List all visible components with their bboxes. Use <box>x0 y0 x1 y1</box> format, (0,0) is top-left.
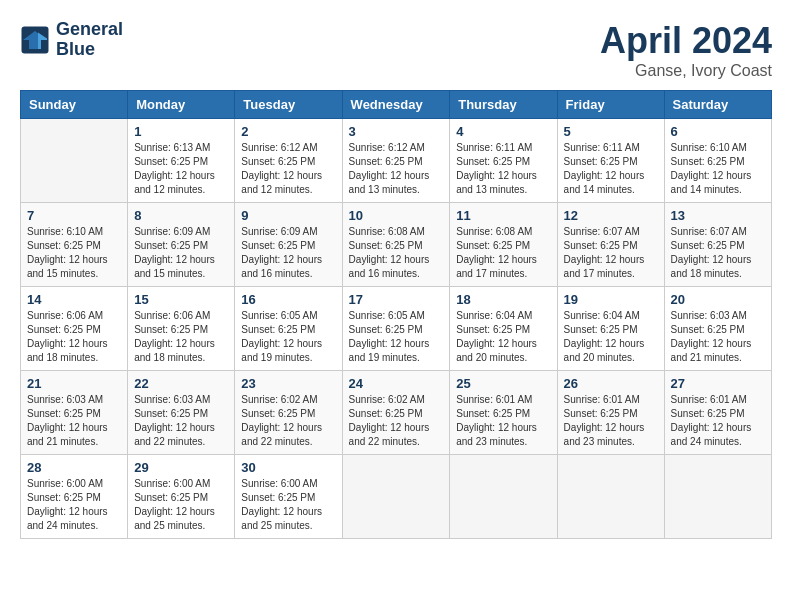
day-info: Sunrise: 6:12 AM Sunset: 6:25 PM Dayligh… <box>241 141 335 197</box>
day-info: Sunrise: 6:01 AM Sunset: 6:25 PM Dayligh… <box>564 393 658 449</box>
day-info: Sunrise: 6:07 AM Sunset: 6:25 PM Dayligh… <box>564 225 658 281</box>
calendar-cell: 30Sunrise: 6:00 AM Sunset: 6:25 PM Dayli… <box>235 455 342 539</box>
day-info: Sunrise: 6:01 AM Sunset: 6:25 PM Dayligh… <box>671 393 765 449</box>
day-info: Sunrise: 6:13 AM Sunset: 6:25 PM Dayligh… <box>134 141 228 197</box>
day-info: Sunrise: 6:12 AM Sunset: 6:25 PM Dayligh… <box>349 141 444 197</box>
calendar-cell: 7Sunrise: 6:10 AM Sunset: 6:25 PM Daylig… <box>21 203 128 287</box>
calendar-cell: 12Sunrise: 6:07 AM Sunset: 6:25 PM Dayli… <box>557 203 664 287</box>
calendar-cell: 1Sunrise: 6:13 AM Sunset: 6:25 PM Daylig… <box>128 119 235 203</box>
day-info: Sunrise: 6:05 AM Sunset: 6:25 PM Dayligh… <box>241 309 335 365</box>
weekday-header-sunday: Sunday <box>21 91 128 119</box>
location-subtitle: Ganse, Ivory Coast <box>600 62 772 80</box>
day-number: 17 <box>349 292 444 307</box>
day-info: Sunrise: 6:00 AM Sunset: 6:25 PM Dayligh… <box>241 477 335 533</box>
calendar-week-row: 21Sunrise: 6:03 AM Sunset: 6:25 PM Dayli… <box>21 371 772 455</box>
day-number: 21 <box>27 376 121 391</box>
day-info: Sunrise: 6:05 AM Sunset: 6:25 PM Dayligh… <box>349 309 444 365</box>
day-info: Sunrise: 6:10 AM Sunset: 6:25 PM Dayligh… <box>27 225 121 281</box>
day-number: 15 <box>134 292 228 307</box>
day-number: 13 <box>671 208 765 223</box>
day-info: Sunrise: 6:01 AM Sunset: 6:25 PM Dayligh… <box>456 393 550 449</box>
day-number: 8 <box>134 208 228 223</box>
weekday-header-thursday: Thursday <box>450 91 557 119</box>
calendar-cell: 9Sunrise: 6:09 AM Sunset: 6:25 PM Daylig… <box>235 203 342 287</box>
logo-line1: General <box>56 20 123 40</box>
logo: General Blue <box>20 20 123 60</box>
title-section: April 2024 Ganse, Ivory Coast <box>600 20 772 80</box>
calendar-cell: 5Sunrise: 6:11 AM Sunset: 6:25 PM Daylig… <box>557 119 664 203</box>
page-header: General Blue April 2024 Ganse, Ivory Coa… <box>20 20 772 80</box>
day-number: 11 <box>456 208 550 223</box>
day-number: 5 <box>564 124 658 139</box>
day-number: 22 <box>134 376 228 391</box>
calendar-cell: 27Sunrise: 6:01 AM Sunset: 6:25 PM Dayli… <box>664 371 771 455</box>
calendar-table: SundayMondayTuesdayWednesdayThursdayFrid… <box>20 90 772 539</box>
calendar-week-row: 1Sunrise: 6:13 AM Sunset: 6:25 PM Daylig… <box>21 119 772 203</box>
day-info: Sunrise: 6:02 AM Sunset: 6:25 PM Dayligh… <box>241 393 335 449</box>
day-number: 23 <box>241 376 335 391</box>
calendar-cell: 28Sunrise: 6:00 AM Sunset: 6:25 PM Dayli… <box>21 455 128 539</box>
day-number: 2 <box>241 124 335 139</box>
calendar-cell: 24Sunrise: 6:02 AM Sunset: 6:25 PM Dayli… <box>342 371 450 455</box>
day-number: 27 <box>671 376 765 391</box>
day-number: 18 <box>456 292 550 307</box>
day-number: 26 <box>564 376 658 391</box>
day-info: Sunrise: 6:02 AM Sunset: 6:25 PM Dayligh… <box>349 393 444 449</box>
calendar-cell: 23Sunrise: 6:02 AM Sunset: 6:25 PM Dayli… <box>235 371 342 455</box>
calendar-cell: 17Sunrise: 6:05 AM Sunset: 6:25 PM Dayli… <box>342 287 450 371</box>
day-number: 30 <box>241 460 335 475</box>
day-info: Sunrise: 6:10 AM Sunset: 6:25 PM Dayligh… <box>671 141 765 197</box>
calendar-cell: 29Sunrise: 6:00 AM Sunset: 6:25 PM Dayli… <box>128 455 235 539</box>
day-info: Sunrise: 6:06 AM Sunset: 6:25 PM Dayligh… <box>27 309 121 365</box>
day-info: Sunrise: 6:04 AM Sunset: 6:25 PM Dayligh… <box>456 309 550 365</box>
day-number: 6 <box>671 124 765 139</box>
calendar-cell: 25Sunrise: 6:01 AM Sunset: 6:25 PM Dayli… <box>450 371 557 455</box>
day-number: 4 <box>456 124 550 139</box>
calendar-cell: 8Sunrise: 6:09 AM Sunset: 6:25 PM Daylig… <box>128 203 235 287</box>
weekday-header-tuesday: Tuesday <box>235 91 342 119</box>
calendar-cell <box>21 119 128 203</box>
calendar-cell: 13Sunrise: 6:07 AM Sunset: 6:25 PM Dayli… <box>664 203 771 287</box>
day-number: 29 <box>134 460 228 475</box>
day-info: Sunrise: 6:04 AM Sunset: 6:25 PM Dayligh… <box>564 309 658 365</box>
day-info: Sunrise: 6:00 AM Sunset: 6:25 PM Dayligh… <box>134 477 228 533</box>
calendar-week-row: 14Sunrise: 6:06 AM Sunset: 6:25 PM Dayli… <box>21 287 772 371</box>
calendar-cell: 14Sunrise: 6:06 AM Sunset: 6:25 PM Dayli… <box>21 287 128 371</box>
day-info: Sunrise: 6:03 AM Sunset: 6:25 PM Dayligh… <box>671 309 765 365</box>
calendar-cell: 10Sunrise: 6:08 AM Sunset: 6:25 PM Dayli… <box>342 203 450 287</box>
calendar-header-row: SundayMondayTuesdayWednesdayThursdayFrid… <box>21 91 772 119</box>
day-info: Sunrise: 6:00 AM Sunset: 6:25 PM Dayligh… <box>27 477 121 533</box>
calendar-cell: 11Sunrise: 6:08 AM Sunset: 6:25 PM Dayli… <box>450 203 557 287</box>
calendar-cell: 2Sunrise: 6:12 AM Sunset: 6:25 PM Daylig… <box>235 119 342 203</box>
calendar-cell: 4Sunrise: 6:11 AM Sunset: 6:25 PM Daylig… <box>450 119 557 203</box>
day-info: Sunrise: 6:11 AM Sunset: 6:25 PM Dayligh… <box>564 141 658 197</box>
day-info: Sunrise: 6:03 AM Sunset: 6:25 PM Dayligh… <box>27 393 121 449</box>
day-number: 1 <box>134 124 228 139</box>
calendar-cell: 21Sunrise: 6:03 AM Sunset: 6:25 PM Dayli… <box>21 371 128 455</box>
day-number: 3 <box>349 124 444 139</box>
logo-line2: Blue <box>56 40 123 60</box>
day-number: 19 <box>564 292 658 307</box>
day-number: 24 <box>349 376 444 391</box>
weekday-header-friday: Friday <box>557 91 664 119</box>
calendar-cell <box>450 455 557 539</box>
day-info: Sunrise: 6:08 AM Sunset: 6:25 PM Dayligh… <box>456 225 550 281</box>
calendar-cell <box>342 455 450 539</box>
day-number: 25 <box>456 376 550 391</box>
calendar-cell: 6Sunrise: 6:10 AM Sunset: 6:25 PM Daylig… <box>664 119 771 203</box>
day-info: Sunrise: 6:06 AM Sunset: 6:25 PM Dayligh… <box>134 309 228 365</box>
calendar-cell: 15Sunrise: 6:06 AM Sunset: 6:25 PM Dayli… <box>128 287 235 371</box>
day-info: Sunrise: 6:08 AM Sunset: 6:25 PM Dayligh… <box>349 225 444 281</box>
day-number: 12 <box>564 208 658 223</box>
calendar-cell <box>557 455 664 539</box>
day-info: Sunrise: 6:07 AM Sunset: 6:25 PM Dayligh… <box>671 225 765 281</box>
day-info: Sunrise: 6:09 AM Sunset: 6:25 PM Dayligh… <box>134 225 228 281</box>
weekday-header-monday: Monday <box>128 91 235 119</box>
calendar-cell <box>664 455 771 539</box>
weekday-header-saturday: Saturday <box>664 91 771 119</box>
calendar-cell: 3Sunrise: 6:12 AM Sunset: 6:25 PM Daylig… <box>342 119 450 203</box>
calendar-cell: 16Sunrise: 6:05 AM Sunset: 6:25 PM Dayli… <box>235 287 342 371</box>
day-info: Sunrise: 6:11 AM Sunset: 6:25 PM Dayligh… <box>456 141 550 197</box>
day-info: Sunrise: 6:09 AM Sunset: 6:25 PM Dayligh… <box>241 225 335 281</box>
calendar-cell: 19Sunrise: 6:04 AM Sunset: 6:25 PM Dayli… <box>557 287 664 371</box>
